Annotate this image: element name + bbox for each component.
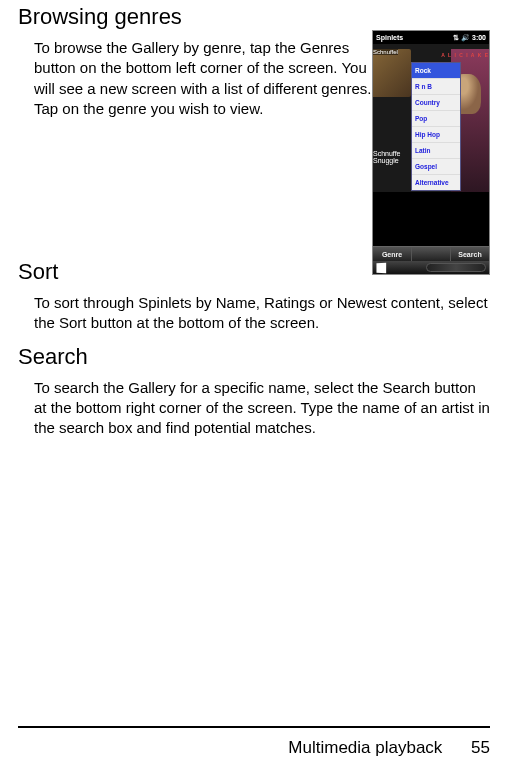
genre-item[interactable]: Alternative [412,175,460,190]
heading-browsing-genres: Browsing genres [18,4,490,30]
page-footer: Multimedia playback 55 [288,738,490,758]
genre-item[interactable]: Pop [412,111,460,127]
genre-menu[interactable]: RockR n BCountryPopHip HopLatinGospelAlt… [411,62,461,191]
search-button[interactable]: Search [451,247,489,261]
sort-middle-button[interactable] [412,247,451,261]
genre-item[interactable]: Country [412,95,460,111]
genre-item[interactable]: R n B [412,79,460,95]
track-2: Snuggle [373,157,401,164]
signal-icon: ⇅ [453,34,459,42]
album-area: Schnuffel A L I C I A K E Schnuffe Snugg… [373,44,489,192]
track-names: Schnuffe Snuggle [373,150,401,164]
system-bar [373,261,489,274]
paragraph-search: To search the Gallery for a specific nam… [34,378,490,439]
album-left-label: Schnuffel [373,49,398,55]
album-left [373,49,411,97]
clock-time: 3:00 [472,34,486,41]
paragraph-browsing-genres: To browse the Gallery by genre, tap the … [34,38,374,119]
bottom-buttons: Genre Search [373,246,489,261]
heading-search: Search [18,344,490,370]
genre-item[interactable]: Hip Hop [412,127,460,143]
genre-item[interactable]: Latin [412,143,460,159]
genre-item[interactable]: Gospel [412,159,460,175]
paragraph-sort: To sort through Spinlets by Name, Rating… [34,293,490,334]
system-middle [426,263,486,272]
phone-screenshot: Spinlets ⇅ 🔊 3:00 Schnuffel A L I C I A … [372,30,490,275]
footer-section: Multimedia playback [288,738,442,757]
windows-icon[interactable] [376,262,386,273]
genre-button[interactable]: Genre [373,247,412,261]
status-icons: ⇅ 🔊 3:00 [453,34,486,42]
status-bar: Spinlets ⇅ 🔊 3:00 [373,31,489,44]
footer-rule [18,726,490,728]
sound-icon: 🔊 [461,34,470,42]
genre-item[interactable]: Rock [412,63,460,79]
page-number: 55 [471,738,490,757]
track-1: Schnuffe [373,150,401,157]
status-app-name: Spinlets [376,34,403,41]
album-right-label: A L I C I A K E [441,52,489,58]
